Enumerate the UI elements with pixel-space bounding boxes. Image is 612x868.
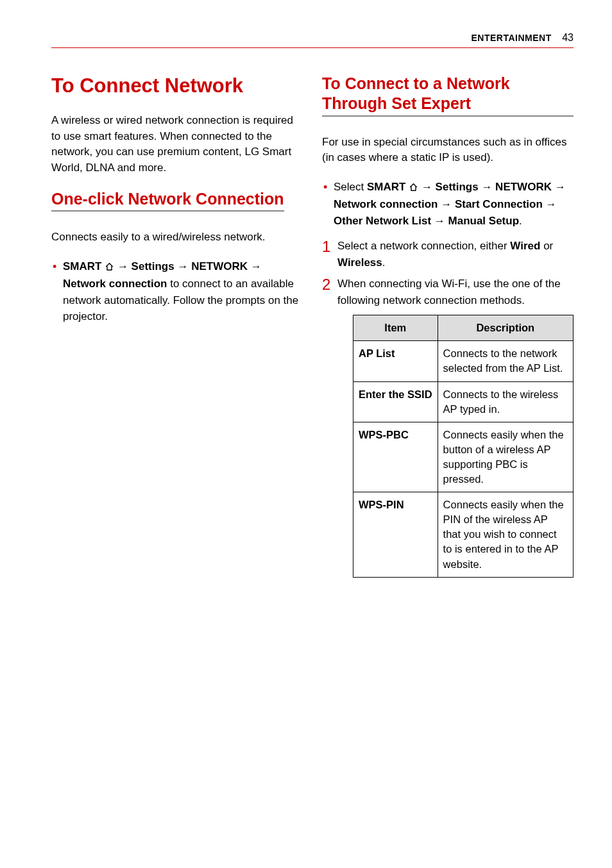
smart-label: SMART xyxy=(63,260,105,272)
period: . xyxy=(519,215,522,227)
desc-cell: Connects to the wireless AP typed in. xyxy=(438,381,573,422)
expert-prestep: Select SMART → Settings → NETWORK → Netw… xyxy=(322,179,574,230)
item-cell: WPS-PIN xyxy=(353,492,438,577)
step1-wireless: Wireless xyxy=(337,256,382,269)
step1-wired: Wired xyxy=(510,240,540,252)
right-column: To Connect to a Network Through Set Expe… xyxy=(322,74,574,583)
smart-label: SMART xyxy=(367,181,409,193)
table-row: WPS-PIN Connects easily when the PIN of … xyxy=(353,492,574,577)
header-description: Description xyxy=(438,315,573,341)
table-row: AP List Connects to the network selected… xyxy=(353,341,574,381)
header-section-label: ENTERTAINMENT xyxy=(472,33,552,43)
step-2: 2 When connecting via Wi-Fi, use the one… xyxy=(322,276,574,577)
step1-text-e: . xyxy=(382,256,386,269)
main-heading: To Connect Network xyxy=(51,74,303,97)
expert-prestep-item: Select SMART → Settings → NETWORK → Netw… xyxy=(322,179,574,230)
left-column: To Connect Network A wireless or wired n… xyxy=(51,74,303,583)
step1-text-a: Select a network connection, either xyxy=(337,240,510,252)
header-item: Item xyxy=(353,315,438,341)
subheading-oneclick: One-click Network Connection xyxy=(51,189,284,212)
expert-intro: For use in special circumstances such as… xyxy=(322,135,574,166)
intro-paragraph: A wireless or wired network connection i… xyxy=(51,113,303,176)
expert-steps: 1 Select a network connection, either Wi… xyxy=(322,238,574,577)
home-icon xyxy=(409,180,418,197)
page-header: ENTERTAINMENT 43 xyxy=(51,32,574,48)
item-cell: Enter the SSID xyxy=(353,381,438,422)
select-label: Select xyxy=(334,181,367,193)
table-row: Enter the SSID Connects to the wireless … xyxy=(353,381,574,422)
table-header-row: Item Description xyxy=(353,315,574,341)
subheading-expert: To Connect to a Network Through Set Expe… xyxy=(322,74,574,117)
desc-cell: Connects to the network selected from th… xyxy=(438,341,573,381)
oneclick-step: SMART → Settings → NETWORK → Network con… xyxy=(51,258,303,325)
oneclick-steps: SMART → Settings → NETWORK → Network con… xyxy=(51,258,303,325)
step1-text-c: or xyxy=(540,240,553,252)
step-1: 1 Select a network connection, either Wi… xyxy=(322,238,574,271)
header-page-number: 43 xyxy=(562,32,574,43)
step2-text: When connecting via Wi-Fi, use the one o… xyxy=(337,278,561,306)
home-icon xyxy=(105,260,114,276)
item-cell: AP List xyxy=(353,341,438,381)
step-number-2: 2 xyxy=(322,273,330,296)
desc-cell: Connects easily when the button of a wir… xyxy=(438,422,573,492)
step-number-1: 1 xyxy=(322,235,330,258)
connection-methods-table: Item Description AP List Connects to the… xyxy=(353,315,574,577)
item-cell: WPS-PBC xyxy=(353,422,438,492)
desc-cell: Connects easily when the PIN of the wire… xyxy=(438,492,573,577)
content-columns: To Connect Network A wireless or wired n… xyxy=(51,74,574,583)
oneclick-description: Connects easily to a wired/wireless netw… xyxy=(51,230,303,246)
table-row: WPS-PBC Connects easily when the button … xyxy=(353,422,574,492)
